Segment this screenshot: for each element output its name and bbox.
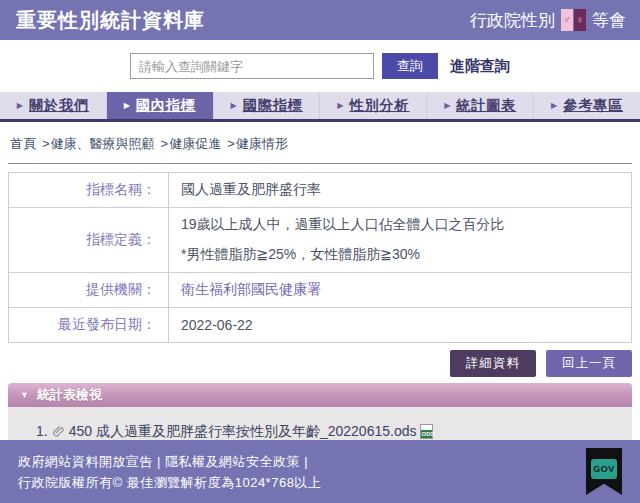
indicator-name-label: 指標名稱：: [9, 173, 169, 208]
breadcrumb-health-promotion[interactable]: 健康促進: [169, 136, 221, 151]
stats-panel-title: 統計表檢視: [37, 386, 102, 404]
back-button[interactable]: 回上一頁: [546, 350, 632, 377]
breadcrumb-health-care[interactable]: 健康、醫療與照顧: [51, 136, 155, 151]
collapse-arrow-icon: ▼: [20, 390, 29, 400]
site-footer: 政府網站資料開放宣告 | 隱私權及網站安全政策 | 行政院版權所有© 最佳瀏覽解…: [0, 440, 640, 503]
release-date-label: 最近發布日期：: [9, 308, 169, 343]
table-row: 最近發布日期： 2022-06-22: [9, 308, 632, 343]
org-logo-group: 行政院性別 ♂ ♀ 等會: [470, 9, 626, 32]
breadcrumb-home[interactable]: 首頁: [10, 136, 36, 151]
search-input[interactable]: [130, 53, 374, 79]
list-item: 1. 450 成人過重及肥胖盛行率按性別及年齡_20220615.ods ODS: [36, 421, 622, 442]
tab-arrow-icon: ▶: [444, 101, 450, 110]
female-symbol-icon: ♀: [574, 9, 586, 31]
tab-international-indicators[interactable]: ▶ 國際指標: [214, 92, 321, 119]
site-header: 重要性別統計資料庫 行政院性別 ♂ ♀ 等會: [0, 0, 640, 40]
file-index: 1.: [36, 421, 48, 442]
breadcrumb-divider: [8, 163, 632, 164]
gender-equality-logo-icon: ♂ ♀: [561, 9, 586, 31]
gov-label: GOV: [591, 459, 617, 479]
tab-arrow-icon: ▶: [124, 101, 130, 110]
agency-label: 提供機關：: [9, 273, 169, 308]
search-bar: 查詢 進階查詢: [0, 40, 640, 92]
tab-arrow-icon: ▶: [551, 101, 557, 110]
breadcrumb-health-status[interactable]: 健康情形: [236, 136, 288, 151]
indicator-name-value: 國人過重及肥胖盛行率: [169, 173, 632, 208]
male-symbol-icon: ♂: [561, 9, 573, 31]
ods-file-link[interactable]: 450 成人過重及肥胖盛行率按性別及年齡_20220615.ods: [69, 421, 417, 442]
tab-statistical-charts[interactable]: ▶ 統計圖表: [427, 92, 534, 119]
definition-line-1: 19歲以上成人中，過重以上人口佔全體人口之百分比: [181, 216, 619, 234]
org-name-prefix: 行政院性別: [470, 9, 555, 32]
main-nav: ▶ 關於我們 ▶ 國內指標 ▶ 國際指標 ▶ 性別分析 ▶ 統計圖表 ▶ 參考專…: [0, 92, 640, 122]
privacy-policy-link[interactable]: 隱私權及網站安全政策: [165, 454, 300, 469]
indicator-table: 指標名稱： 國人過重及肥胖盛行率 指標定義： 19歲以上成人中，過重以上人口佔全…: [8, 172, 632, 343]
definition-line-2: *男性體脂肪≧25%，女性體脂肪≧30%: [181, 246, 619, 264]
tab-domestic-indicators[interactable]: ▶ 國內指標: [107, 92, 214, 119]
action-buttons: 詳細資料 回上一頁: [0, 350, 632, 377]
search-button[interactable]: 查詢: [382, 53, 438, 79]
release-date-value: 2022-06-22: [169, 308, 632, 343]
table-row: 提供機關： 衛生福利部國民健康署: [9, 273, 632, 308]
footer-policy-line: 政府網站資料開放宣告 | 隱私權及網站安全政策 |: [18, 451, 640, 472]
site-title: 重要性別統計資料庫: [16, 7, 205, 34]
org-name-suffix: 等會: [592, 9, 626, 32]
agency-link[interactable]: 衛生福利部國民健康署: [181, 281, 321, 297]
ods-file-icon: ODS: [420, 424, 433, 439]
tab-arrow-icon: ▶: [17, 101, 23, 110]
advanced-search-link[interactable]: 進階查詢: [450, 57, 510, 76]
tab-arrow-icon: ▶: [230, 101, 236, 110]
breadcrumb-separator: >: [227, 136, 235, 151]
breadcrumb-separator: >: [161, 136, 169, 151]
tab-gender-analysis[interactable]: ▶ 性別分析: [320, 92, 427, 119]
indicator-definition-value: 19歲以上成人中，過重以上人口佔全體人口之百分比 *男性體脂肪≧25%，女性體脂…: [169, 208, 632, 273]
indicator-definition-label: 指標定義：: [9, 208, 169, 273]
tab-arrow-icon: ▶: [337, 101, 343, 110]
stats-panel-header[interactable]: ▼ 統計表檢視: [8, 383, 632, 407]
table-row: 指標名稱： 國人過重及肥胖盛行率: [9, 173, 632, 208]
attachment-icon: [53, 425, 66, 438]
detail-data-button[interactable]: 詳細資料: [450, 350, 536, 377]
table-row: 指標定義： 19歲以上成人中，過重以上人口佔全體人口之百分比 *男性體脂肪≧25…: [9, 208, 632, 273]
breadcrumb-separator: >: [42, 136, 50, 151]
open-data-declaration-link[interactable]: 政府網站資料開放宣告: [18, 454, 153, 469]
breadcrumb: 首頁>健康、醫療與照顧>健康促進>健康情形: [0, 122, 640, 163]
tab-about-us[interactable]: ▶ 關於我們: [0, 92, 107, 119]
tab-reference-area[interactable]: ▶ 參考專區: [534, 92, 640, 119]
footer-copyright-line: 行政院版權所有© 最佳瀏覽解析度為1024*768以上: [18, 472, 640, 493]
